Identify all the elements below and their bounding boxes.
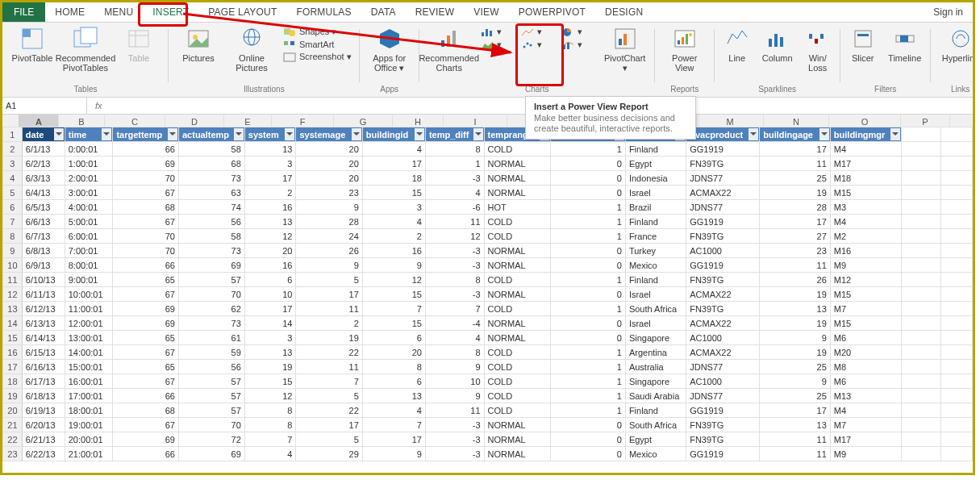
cell[interactable]: 57	[179, 273, 245, 287]
filter-dropdown[interactable]	[352, 128, 361, 140]
cell[interactable]: 15	[362, 186, 425, 200]
cell[interactable]: 10	[244, 287, 296, 302]
cell[interactable]: 19	[760, 287, 831, 302]
cell[interactable]: 17	[362, 432, 425, 447]
cell[interactable]: 5:00:01	[65, 215, 113, 229]
cell[interactable]: 65	[113, 360, 179, 374]
cell[interactable]: 62	[179, 302, 245, 316]
cell[interactable]: FN39TG	[686, 302, 760, 316]
cell[interactable]: M15	[830, 287, 901, 302]
cell[interactable]: FN39TG	[686, 229, 760, 244]
cell[interactable]: 10:00:01	[65, 287, 113, 302]
cell[interactable]: 66	[113, 142, 179, 157]
cell[interactable]: 14	[244, 316, 296, 331]
row-number[interactable]: 2	[3, 142, 23, 157]
cell[interactable]: 6/13/13	[22, 316, 65, 331]
table-header-actualtemp[interactable]: actualtemp	[179, 127, 245, 142]
cell[interactable]: M4	[830, 403, 901, 418]
cell[interactable]: M12	[830, 273, 901, 287]
filter-dropdown[interactable]	[473, 128, 483, 140]
filter-dropdown[interactable]	[819, 128, 829, 140]
cell[interactable]: NORMAL	[484, 186, 551, 200]
cell[interactable]: 19:00:01	[65, 418, 113, 432]
cell[interactable]: 5	[296, 389, 362, 403]
cell[interactable]: 4	[362, 215, 425, 229]
cell[interactable]: 7	[296, 374, 362, 389]
filter-dropdown[interactable]	[54, 128, 64, 140]
row-number[interactable]: 19	[3, 389, 23, 403]
cell[interactable]: 6/2/13	[22, 157, 65, 171]
cell[interactable]: 23	[760, 244, 831, 258]
cell[interactable]: Israel	[625, 287, 686, 302]
cell[interactable]: 6/22/13	[22, 447, 65, 461]
hyperlink-button[interactable]: Hyperlink	[936, 24, 975, 63]
cell[interactable]: GG1919	[686, 403, 760, 418]
cell[interactable]: 2	[244, 186, 296, 200]
filter-dropdown[interactable]	[285, 128, 294, 140]
cell[interactable]: JDNS77	[686, 171, 760, 186]
cell[interactable]: 4	[244, 447, 296, 461]
cell[interactable]: 1	[425, 157, 484, 171]
cell[interactable]: 1	[551, 142, 626, 157]
cell[interactable]: 13	[244, 345, 296, 360]
cell[interactable]: 6/6/13	[22, 215, 65, 229]
cell[interactable]: Finland	[625, 215, 686, 229]
cell[interactable]: 66	[113, 258, 179, 273]
cell[interactable]: COLD	[484, 403, 551, 418]
cell[interactable]: ACMAX22	[686, 287, 760, 302]
cell[interactable]: Turkey	[625, 244, 686, 258]
timeline-button[interactable]: Timeline	[884, 24, 926, 63]
cell[interactable]: M8	[830, 360, 901, 374]
cell[interactable]: 18	[362, 171, 425, 186]
cell[interactable]: NORMAL	[484, 171, 551, 186]
cell[interactable]: 1	[551, 374, 626, 389]
cell[interactable]: 25	[760, 171, 831, 186]
cell[interactable]: 6/16/13	[22, 360, 65, 374]
cell[interactable]: FN39TG	[686, 432, 760, 447]
cell[interactable]: -3	[425, 171, 484, 186]
cell[interactable]: 6/14/13	[22, 331, 65, 345]
cell[interactable]: 69	[179, 258, 245, 273]
cell[interactable]: 0	[551, 287, 626, 302]
spark-line-button[interactable]: Line	[719, 24, 755, 63]
pivottable-button[interactable]: PivotTable	[7, 24, 57, 63]
cell[interactable]: 67	[113, 374, 179, 389]
filter-dropdown[interactable]	[234, 128, 244, 140]
row-number[interactable]: 6	[3, 200, 23, 215]
cell[interactable]: 6/9/13	[22, 258, 65, 273]
cell[interactable]: 0:00:01	[65, 142, 113, 157]
cell[interactable]: 2	[296, 316, 362, 331]
cell[interactable]: 66	[113, 447, 179, 461]
cell[interactable]: 15	[362, 316, 425, 331]
cell[interactable]: Argentina	[625, 345, 686, 360]
cell[interactable]: 8:00:01	[65, 258, 113, 273]
cell[interactable]: 6/12/13	[22, 302, 65, 316]
cell[interactable]: 5	[296, 432, 362, 447]
tab-file[interactable]: FILE	[2, 2, 45, 22]
cell[interactable]: 9	[425, 360, 484, 374]
cell[interactable]: Finland	[625, 142, 686, 157]
cell[interactable]: 72	[179, 432, 245, 447]
cell[interactable]: 1	[551, 403, 626, 418]
cell[interactable]: GG1919	[686, 258, 760, 273]
worksheet-table[interactable]: 1datetimetargettempactualtempsystemsyste…	[2, 127, 973, 461]
cell[interactable]: 11	[425, 403, 484, 418]
cell[interactable]: 6/18/13	[22, 389, 65, 403]
cell[interactable]: 57	[179, 389, 245, 403]
cell[interactable]: 12	[362, 273, 425, 287]
cell[interactable]: 73	[179, 316, 245, 331]
cell[interactable]: 16:00:01	[65, 374, 113, 389]
cell[interactable]: 20	[296, 171, 362, 186]
cell[interactable]: 9	[362, 258, 425, 273]
cell[interactable]: 7	[244, 432, 296, 447]
cell[interactable]: 6/17/13	[22, 374, 65, 389]
cell[interactable]: 68	[113, 403, 179, 418]
cell[interactable]: 9	[362, 447, 425, 461]
cell[interactable]: 59	[179, 345, 245, 360]
cell[interactable]: 20	[244, 244, 296, 258]
row-number[interactable]: 14	[3, 316, 23, 331]
chart-scatter-button[interactable]: ▾	[518, 39, 557, 51]
cell[interactable]: 23	[296, 186, 362, 200]
cell[interactable]: 70	[179, 287, 245, 302]
cell[interactable]: Mexico	[625, 258, 686, 273]
